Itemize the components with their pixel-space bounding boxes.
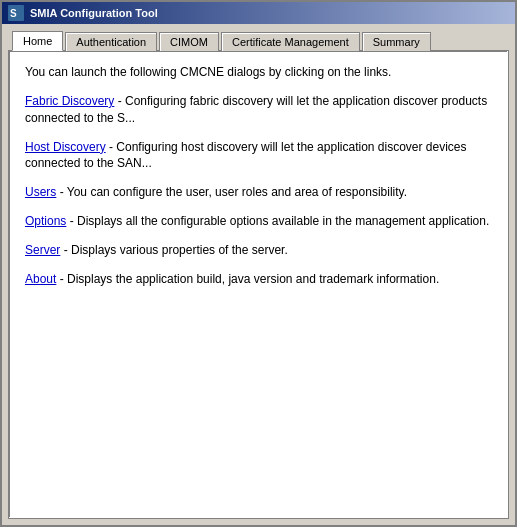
fabric-discovery-link[interactable]: Fabric Discovery xyxy=(25,94,114,108)
list-item: About - Displays the application build, … xyxy=(25,271,492,288)
list-item: Users - You can configure the user, user… xyxy=(25,184,492,201)
main-window: S SMIA Configuration Tool Home Authentic… xyxy=(0,0,517,527)
users-link[interactable]: Users xyxy=(25,185,56,199)
tab-summary[interactable]: Summary xyxy=(362,32,431,51)
server-desc: - Displays various properties of the ser… xyxy=(60,243,287,257)
list-item: Server - Displays various properties of … xyxy=(25,242,492,259)
tab-home[interactable]: Home xyxy=(12,31,63,51)
tab-certificate[interactable]: Certificate Management xyxy=(221,32,360,51)
server-link[interactable]: Server xyxy=(25,243,60,257)
about-link[interactable]: About xyxy=(25,272,56,286)
tab-cimom[interactable]: CIMOM xyxy=(159,32,219,51)
host-discovery-link[interactable]: Host Discovery xyxy=(25,140,106,154)
tab-authentication[interactable]: Authentication xyxy=(65,32,157,51)
main-panel: You can launch the following CMCNE dialo… xyxy=(8,50,509,519)
content-area: Home Authentication CIMOM Certificate Ma… xyxy=(2,24,515,525)
svg-text:S: S xyxy=(10,8,17,19)
options-link[interactable]: Options xyxy=(25,214,66,228)
list-item: Host Discovery - Configuring host discov… xyxy=(25,139,492,173)
title-bar: S SMIA Configuration Tool xyxy=(2,2,515,24)
options-desc: - Displays all the configurable options … xyxy=(66,214,489,228)
window-title: SMIA Configuration Tool xyxy=(30,7,158,19)
list-item: Fabric Discovery - Configuring fabric di… xyxy=(25,93,492,127)
panel-intro-text: You can launch the following CMCNE dialo… xyxy=(25,65,492,79)
tab-bar: Home Authentication CIMOM Certificate Ma… xyxy=(8,30,509,50)
users-desc: - You can configure the user, user roles… xyxy=(56,185,407,199)
app-icon: S xyxy=(8,5,24,21)
list-item: Options - Displays all the configurable … xyxy=(25,213,492,230)
about-desc: - Displays the application build, java v… xyxy=(56,272,439,286)
